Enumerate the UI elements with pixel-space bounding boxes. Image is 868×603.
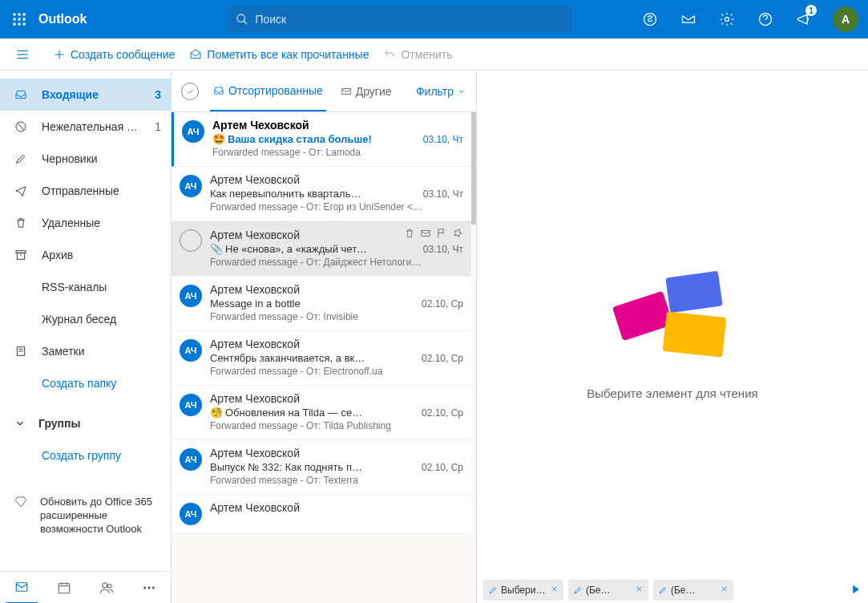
folder-архив[interactable]: Архив bbox=[0, 239, 171, 271]
announcements-button[interactable]: 1 bbox=[785, 0, 823, 38]
pencil-icon bbox=[488, 585, 498, 595]
hamburger-button[interactable] bbox=[6, 47, 38, 62]
folder-нежелательная-[interactable]: Нежелательная …1 bbox=[0, 111, 171, 143]
message-item[interactable]: АЧАртем ЧеховскойСентябрь заканчивается,… bbox=[172, 331, 471, 386]
message-date: 02.10, Ср bbox=[422, 298, 463, 310]
envelope-icon bbox=[665, 270, 722, 313]
nav-people[interactable] bbox=[91, 572, 123, 604]
message-body: Артем Чеховской🧐Обновления на Tilda — се… bbox=[210, 392, 463, 431]
svg-rect-22 bbox=[17, 253, 24, 259]
message-subject-text: Ваша скидка стала больше! bbox=[228, 133, 372, 145]
skype-button[interactable] bbox=[631, 0, 669, 38]
close-icon[interactable] bbox=[550, 585, 559, 596]
message-from: Артем Чеховской bbox=[212, 119, 463, 132]
message-subject: 🤩Ваша скидка стала больше! bbox=[212, 133, 418, 145]
mark-all-read-button[interactable]: Пометить все как прочитанные bbox=[189, 48, 369, 61]
svg-rect-8 bbox=[23, 23, 26, 26]
message-preview: Forwarded message - От: Tilda Publishing bbox=[210, 420, 463, 431]
message-date: 02.10, Ср bbox=[422, 462, 463, 473]
undo-button[interactable]: Отменить bbox=[383, 48, 452, 61]
folder-count: 1 bbox=[155, 120, 161, 133]
message-subject-text: Выпуск № 332: Как поднять п… bbox=[210, 461, 362, 473]
svg-point-32 bbox=[103, 583, 107, 588]
message-body: Артем Чеховской bbox=[210, 501, 463, 525]
help-button[interactable] bbox=[746, 0, 785, 38]
message-from: Артем Чеховской bbox=[210, 173, 463, 186]
folder-черновики[interactable]: Черновики bbox=[0, 143, 171, 175]
reading-pane: Выберите элемент для чтения Выберит…(Бе…… bbox=[477, 71, 868, 603]
message-subject-text: Сентябрь заканчивается, а вк… bbox=[210, 352, 365, 364]
nav-mail[interactable] bbox=[6, 572, 38, 604]
emoji-icon: 🧐 bbox=[210, 407, 223, 419]
mark-read-icon[interactable] bbox=[420, 228, 431, 241]
folder-удаленные[interactable]: Удаленные bbox=[0, 207, 171, 239]
svg-rect-0 bbox=[14, 14, 16, 16]
message-item[interactable]: АЧАртем ЧеховскойВыпуск № 332: Как подня… bbox=[172, 440, 471, 495]
sender-avatar: АЧ bbox=[180, 448, 202, 471]
message-preview: Forwarded message - От: Егор из UniSende… bbox=[210, 201, 463, 212]
upgrade-link[interactable]: Обновить до Office 365 расширенные возмо… bbox=[0, 488, 171, 544]
upgrade-text: Обновить до Office 365 расширенные возмо… bbox=[40, 496, 161, 536]
message-item[interactable]: АЧАртем Чеховской bbox=[172, 495, 471, 534]
create-group-link[interactable]: Создать группу bbox=[0, 439, 171, 471]
scrollbar-track bbox=[471, 112, 476, 273]
close-icon[interactable] bbox=[720, 585, 729, 596]
nav-more[interactable] bbox=[133, 572, 165, 604]
svg-point-36 bbox=[153, 586, 155, 588]
message-item[interactable]: АЧАртем Чеховской📎 Не «снова», а «каждый… bbox=[172, 221, 471, 277]
draft-tab[interactable]: Выберит… bbox=[483, 580, 563, 601]
groups-label: Группы bbox=[38, 417, 80, 430]
message-subject: Message in a bottle bbox=[210, 297, 417, 310]
app-launcher-button[interactable] bbox=[0, 0, 38, 38]
scrollbar-thumb[interactable] bbox=[471, 112, 476, 225]
message-list[interactable]: АЧАртем Чеховской🤩Ваша скидка стала боль… bbox=[172, 112, 476, 603]
sent-icon bbox=[14, 184, 29, 197]
svg-line-10 bbox=[244, 21, 247, 24]
folder-входящие[interactable]: Входящие3 bbox=[0, 79, 171, 111]
draft-tab[interactable]: (Бе… bbox=[568, 580, 648, 601]
nav-calendar[interactable] bbox=[48, 572, 80, 604]
select-all-checkbox[interactable] bbox=[181, 83, 199, 100]
expand-drafts-button[interactable] bbox=[850, 584, 862, 597]
undo-label: Отменить bbox=[401, 48, 452, 61]
svg-rect-7 bbox=[18, 23, 21, 26]
notifications-badge: 1 bbox=[805, 5, 817, 16]
folder-журнал-бесед[interactable]: Журнал бесед bbox=[0, 303, 171, 335]
message-date: 02.10, Ср bbox=[422, 407, 463, 419]
outlook-button[interactable] bbox=[669, 0, 708, 38]
draft-tab[interactable]: (Бе… bbox=[653, 580, 733, 601]
groups-header[interactable]: Группы bbox=[0, 407, 171, 439]
folder-rss-каналы[interactable]: RSS-каналы bbox=[0, 271, 171, 303]
flag-icon[interactable] bbox=[436, 228, 447, 241]
tab-focused[interactable]: Отсортированные bbox=[210, 71, 326, 111]
folder-создать-папку[interactable]: Создать папку bbox=[0, 367, 171, 399]
pin-icon[interactable] bbox=[452, 228, 463, 241]
chevron-down-icon bbox=[14, 418, 26, 429]
svg-point-9 bbox=[237, 14, 244, 22]
message-item[interactable]: АЧАртем ЧеховскойКак перевыполнить кварт… bbox=[172, 167, 471, 221]
message-from: Артем Чеховской bbox=[210, 283, 463, 296]
user-avatar[interactable]: A bbox=[833, 6, 858, 32]
compose-button[interactable]: Создать сообщение bbox=[53, 48, 175, 61]
inbox-icon bbox=[14, 88, 29, 101]
sender-avatar: АЧ bbox=[180, 285, 202, 307]
message-preview: Forwarded message - От: Дайджест Нетолог… bbox=[210, 257, 463, 268]
message-from: Артем Чеховской bbox=[210, 338, 463, 350]
message-item[interactable]: АЧАртем ЧеховскойMessage in a bottle02.1… bbox=[172, 277, 471, 331]
delete-icon[interactable] bbox=[404, 228, 415, 241]
message-item[interactable]: АЧАртем Чеховской🤩Ваша скидка стала боль… bbox=[172, 112, 471, 167]
command-bar: Создать сообщение Пометить все как прочи… bbox=[0, 38, 868, 71]
folder-отправленные[interactable]: Отправленные bbox=[0, 175, 171, 207]
main: Входящие3Нежелательная …1ЧерновикиОтправ… bbox=[0, 71, 868, 603]
message-hover-actions bbox=[404, 228, 463, 241]
close-icon[interactable] bbox=[635, 585, 644, 596]
message-item[interactable]: АЧАртем Чеховской🧐Обновления на Tilda — … bbox=[172, 386, 471, 440]
folder-заметки[interactable]: Заметки bbox=[0, 335, 171, 367]
settings-button[interactable] bbox=[708, 0, 746, 38]
filter-button[interactable]: Фильтр bbox=[416, 85, 466, 98]
search-input[interactable] bbox=[255, 13, 564, 26]
tab-other[interactable]: Другие bbox=[337, 71, 395, 111]
search-box[interactable] bbox=[228, 6, 572, 32]
message-subject-text: Не «снова», а «каждый чет… bbox=[225, 243, 367, 255]
svg-line-20 bbox=[18, 123, 24, 130]
